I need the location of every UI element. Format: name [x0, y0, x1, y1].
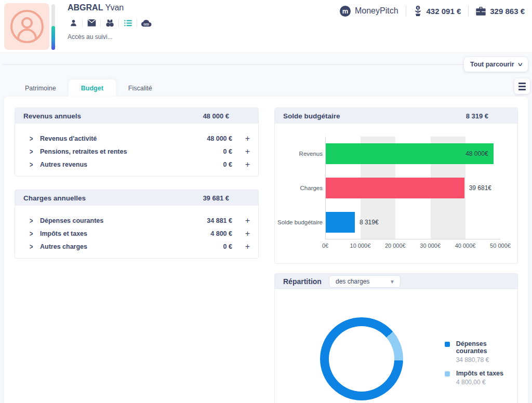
add-button[interactable]: + [232, 243, 250, 251]
x-axis-tick: 50 000€ [490, 243, 511, 249]
legend-marker[interactable] [445, 371, 450, 377]
row-value: 0 € [223, 161, 232, 168]
card-total: 39 681 € [203, 194, 229, 202]
expand-chevron-icon[interactable]: > [30, 135, 37, 142]
brand-logo-icon: m [340, 6, 351, 17]
row-value: 0 € [223, 148, 232, 155]
donut-hole [329, 326, 394, 392]
brand-name: MoneyPitch [355, 6, 398, 16]
icon-separator [82, 19, 83, 27]
solde-budgetaire-card: Solde budgétaire 8 319 € Revenus Charges… [274, 108, 518, 264]
add-button[interactable]: + [232, 135, 250, 143]
bar-solde[interactable] [326, 212, 355, 233]
wealth-total: € 432 091 € [414, 6, 461, 16]
row-label: Autres charges [40, 243, 87, 250]
category-label: Charges [275, 171, 323, 205]
briefcase-icon [476, 7, 486, 16]
icon-separator [137, 19, 137, 27]
access-link[interactable]: Accès au suivi... [68, 33, 113, 41]
x-axis-tick: 40 000€ [455, 243, 476, 249]
bar-row: 48 000€ [326, 137, 500, 171]
charges-card-header: Charges annuelles 39 681 € [15, 190, 258, 206]
row-label: Dépenses courantes [40, 217, 103, 224]
donut-legend: Dépenses courantes 34 880,78 € Impôts et… [445, 340, 517, 392]
binoculars-icon[interactable] [104, 18, 115, 28]
legend-value: 34 880,78 € [456, 356, 517, 364]
bar-value-label: 39 681€ [469, 184, 491, 192]
expand-chevron-icon[interactable]: > [30, 160, 37, 168]
legend-value: 4 800,00 € [456, 379, 503, 386]
x-axis-tick: 20 000€ [385, 243, 406, 249]
row-label: Autres revenus [40, 161, 87, 168]
revenus-rows: > Revenus d'activité 48 000 € + > Pensio… [15, 124, 258, 176]
legend-item: Impôts et taxes 4 800,00 € [445, 370, 517, 386]
row-label: Pensions, retraites et rentes [40, 148, 127, 155]
x-axis-tick: 0€ [322, 243, 328, 249]
email-icon[interactable] [86, 18, 97, 28]
add-button[interactable]: + [232, 160, 250, 169]
row-value: 48 000 € [207, 135, 232, 142]
card-title: Charges annuelles [23, 194, 86, 202]
completion-progressbar [51, 4, 55, 50]
icon-separator [118, 19, 119, 27]
card-title: Répartition [283, 277, 322, 286]
expand-chevron-icon[interactable]: > [30, 243, 37, 250]
tab-fiscalite[interactable]: Fiscalité [116, 79, 165, 97]
browse-all-button[interactable]: Tout parcourir ˅ [464, 57, 528, 72]
client-avatar[interactable] [4, 3, 49, 50]
row-label: Impôts et taxes [40, 230, 87, 237]
add-button[interactable]: + [232, 147, 250, 156]
bar-category-labels: Revenus Charges Solde budgétaire [275, 137, 323, 239]
contact-person-icon[interactable] [68, 18, 79, 28]
completion-progress-fill [51, 26, 55, 50]
budget-row: > Pensions, retraites et rentes 0 € + [30, 145, 250, 158]
x-axis-tick: 30 000€ [420, 243, 441, 249]
budget-row: > Revenus d'activité 48 000 € + [30, 132, 250, 145]
budget-row: > Dépenses courantes 34 881 € + [30, 214, 250, 227]
professional-total: 329 863 € [476, 7, 525, 16]
row-value: 34 881 € [207, 217, 232, 224]
hamburger-icon [518, 83, 526, 84]
horizontal-divider [3, 64, 467, 65]
expand-chevron-icon[interactable]: > [30, 217, 37, 224]
tab-budget[interactable]: Budget [69, 79, 116, 97]
tab-bar: Patrimoine Budget Fiscalité [12, 78, 165, 97]
repartition-selector[interactable]: des charges ▼ [329, 275, 401, 288]
charges-rows: > Dépenses courantes 34 881 € + > Impôts… [15, 206, 258, 258]
add-button[interactable]: + [232, 230, 250, 238]
expand-chevron-icon[interactable]: > [30, 147, 37, 155]
category-label: Solde budgétaire [275, 205, 323, 239]
layout-menu-button[interactable] [514, 78, 530, 94]
ged-cloud-icon[interactable]: GED [140, 18, 152, 28]
solde-card-header: Solde budgétaire 8 319 € [275, 108, 517, 124]
row-value: 4 800 € [210, 230, 232, 237]
client-name: ABGRAL Yvan [68, 3, 124, 12]
donut-chart[interactable] [320, 317, 403, 400]
list-icon[interactable] [122, 18, 134, 28]
repartition-selector-value: des charges [336, 278, 369, 285]
card-total: 48 000 € [203, 112, 229, 120]
tab-patrimoine[interactable]: Patrimoine [12, 79, 69, 97]
category-label: Revenus [275, 137, 323, 171]
revenus-card-header: Revenus annuels 48 000 € [15, 108, 258, 124]
client-last-name: ABGRAL [68, 3, 103, 12]
revenus-annuels-card: Revenus annuels 48 000 € > Revenus d'act… [15, 108, 259, 177]
bar-value-label: 8 319€ [360, 219, 379, 226]
chevron-down-icon: ˅ [517, 61, 522, 68]
repartition-card-header: Répartition des charges ▼ [275, 274, 517, 289]
legend-label: Dépenses courantes [456, 340, 517, 355]
bar-row: 8 319€ [326, 205, 500, 239]
browse-all-label: Tout parcourir [470, 61, 514, 68]
svg-text:GED: GED [143, 23, 149, 26]
budget-row: > Autres revenus 0 € + [30, 158, 250, 171]
card-title: Solde budgétaire [283, 112, 340, 120]
bar-charges[interactable] [326, 178, 464, 198]
expand-chevron-icon[interactable]: > [30, 230, 37, 237]
header-separator [406, 5, 406, 17]
add-button[interactable]: + [232, 217, 250, 225]
client-first-name: Yvan [105, 3, 124, 12]
legend-marker[interactable] [445, 342, 450, 347]
row-value: 0 € [223, 243, 232, 250]
repartition-card: Répartition des charges ▼ Dépenses coura… [274, 273, 518, 403]
card-title: Revenus annuels [23, 112, 81, 120]
